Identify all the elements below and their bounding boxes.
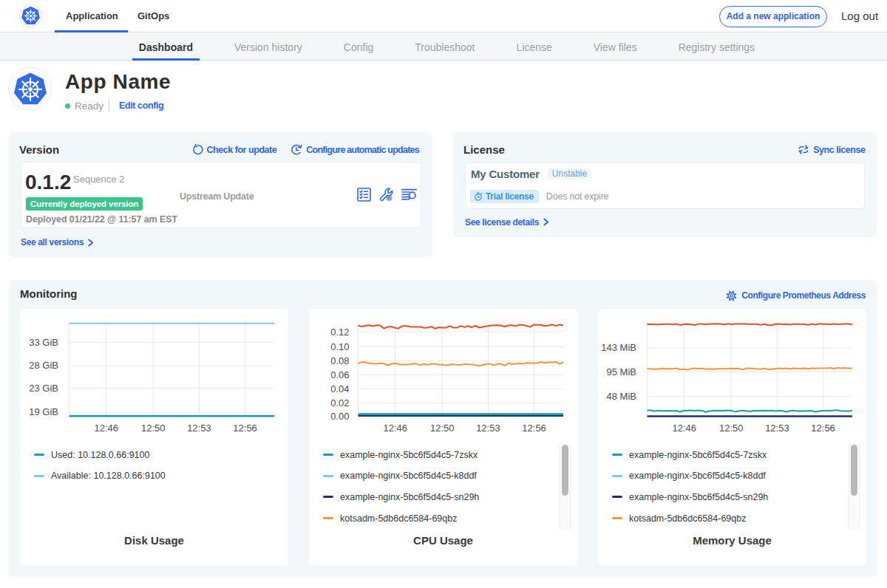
svg-text:12:50: 12:50 (430, 423, 455, 434)
svg-text:12:56: 12:56 (233, 423, 257, 434)
svg-text:95 MiB: 95 MiB (607, 366, 636, 377)
svg-text:0.08: 0.08 (330, 355, 349, 366)
svg-text:33 GiB: 33 GiB (29, 337, 58, 348)
svg-text:0.00: 0.00 (330, 411, 349, 422)
svg-text:12:46: 12:46 (383, 423, 407, 434)
svg-text:28 GiB: 28 GiB (29, 360, 58, 371)
svg-text:23 GiB: 23 GiB (29, 383, 58, 394)
svg-text:12:53: 12:53 (476, 423, 500, 434)
svg-text:0.06: 0.06 (330, 369, 349, 380)
svg-text:12:46: 12:46 (94, 423, 118, 434)
svg-text:19 GiB: 19 GiB (29, 406, 58, 417)
svg-text:12:56: 12:56 (522, 423, 546, 434)
svg-text:48 MiB: 48 MiB (607, 391, 636, 402)
svg-text:12:46: 12:46 (672, 423, 696, 434)
svg-text:0.04: 0.04 (330, 383, 349, 394)
svg-text:0.12: 0.12 (330, 327, 349, 338)
svg-text:143 MiB: 143 MiB (601, 342, 636, 353)
svg-text:12:50: 12:50 (141, 423, 166, 434)
svg-text:12:53: 12:53 (187, 423, 211, 434)
svg-text:0.02: 0.02 (330, 397, 349, 408)
svg-text:12:50: 12:50 (719, 423, 744, 434)
svg-text:12:56: 12:56 (811, 423, 835, 434)
svg-text:0.10: 0.10 (330, 341, 349, 352)
svg-text:12:53: 12:53 (765, 423, 789, 434)
